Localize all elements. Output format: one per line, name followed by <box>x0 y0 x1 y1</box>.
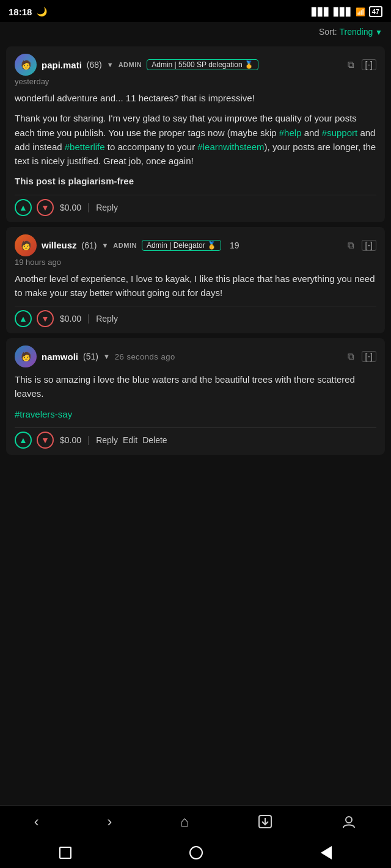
avatar-2: 🧑 <box>15 234 37 256</box>
tag-learnwithsteem[interactable]: #learnwithsteem <box>197 142 264 152</box>
status-bar: 18:18 🌙 ▊▊▊ ▊▊▊ 📶 47 <box>0 0 391 22</box>
divider-2: | <box>87 313 90 324</box>
tag-help[interactable]: #help <box>279 128 302 138</box>
vote-up-btn-2[interactable]: ▲ <box>15 310 32 327</box>
sys-nav-circle[interactable] <box>189 846 203 859</box>
comment-card-2: 🧑 willeusz (61) ▼ ADMIN Admin | Delegato… <box>6 227 385 334</box>
sort-value[interactable]: Trending <box>339 27 373 37</box>
copy-icon-1[interactable]: ⧉ <box>348 59 354 70</box>
vote-up-btn-1[interactable]: ▲ <box>15 199 32 216</box>
collapse-btn-2[interactable]: [-] <box>362 240 376 251</box>
vote-down-btn-2[interactable]: ▼ <box>37 310 54 327</box>
comment-header-2: 🧑 willeusz (61) ▼ ADMIN Admin | Delegato… <box>15 234 376 256</box>
divider-1: | <box>87 202 90 213</box>
edit-btn-3[interactable]: Edit <box>123 435 137 445</box>
reputation-2: (61) <box>82 241 97 250</box>
comment-card-3: 🧑 namwoli (51) ▼ 26 seconds ago ⧉ [-] Th… <box>6 338 385 455</box>
nav-home[interactable]: ⌂ <box>180 813 189 830</box>
vote-up-btn-3[interactable]: ▲ <box>15 432 32 449</box>
system-nav <box>0 837 391 868</box>
tag-betterlife[interactable]: #betterlife <box>65 142 105 152</box>
reply-btn-1[interactable]: Reply <box>96 203 118 212</box>
body-para-1-2: This post is plagiarism-free <box>15 174 376 188</box>
action-row-1: ▲ ▼ $0.00 | Reply <box>15 195 376 216</box>
timestamp-inline-3: 26 seconds ago <box>115 352 175 361</box>
admin-badge-2: ADMIN <box>113 242 137 249</box>
battery-icon: 47 <box>369 6 382 17</box>
comment-header-3: 🧑 namwoli (51) ▼ 26 seconds ago ⧉ [-] <box>15 345 376 367</box>
divider-3: | <box>87 435 90 446</box>
nav-download[interactable] <box>257 814 273 830</box>
comment-body-2: Another level of experience, I love to k… <box>15 272 376 300</box>
sys-nav-square[interactable] <box>59 847 71 859</box>
username-3[interactable]: namwoli <box>42 352 78 362</box>
username-dropdown-1[interactable]: ▼ <box>107 61 114 68</box>
body-para-2-0: Another level of experience, I love to k… <box>15 272 376 300</box>
comment-header-1: 🧑 papi.mati (68) ▼ ADMIN Admin | 5500 SP… <box>15 54 376 76</box>
username-2[interactable]: willeusz <box>42 240 77 250</box>
amount-2: $0.00 <box>60 314 81 324</box>
avatar-3: 🧑 <box>15 345 37 367</box>
comment-body-3: This is so amazing i love the blue water… <box>15 372 376 421</box>
vote-down-btn-1[interactable]: ▼ <box>37 199 54 216</box>
body-para-3-0: This is so amazing i love the blue water… <box>15 372 376 401</box>
reputation-1: (68) <box>87 60 102 70</box>
tag-support[interactable]: #support <box>322 128 357 138</box>
comments-list: 🧑 papi.mati (68) ▼ ADMIN Admin | 5500 SP… <box>0 46 391 527</box>
delete-btn-3[interactable]: Delete <box>142 435 167 445</box>
status-icons: ▊▊▊ ▊▊▊ 📶 47 <box>312 6 382 17</box>
reputation-3: (51) <box>83 352 98 361</box>
svg-point-2 <box>346 817 352 823</box>
delegation-badge-1: Admin | 5500 SP delegation 🥇 <box>147 59 258 70</box>
amount-3: $0.00 <box>60 435 81 445</box>
timestamp-2: 19 hours ago <box>15 258 376 267</box>
comment-card-1: 🧑 papi.mati (68) ▼ ADMIN Admin | 5500 SP… <box>6 46 385 222</box>
moon-icon: 🌙 <box>37 7 47 16</box>
signal-icon-2: ▊▊▊ <box>334 7 352 16</box>
avatar-1: 🧑 <box>15 54 37 76</box>
body-para-1-0: wonderful adventure and... 11 hectares? … <box>15 91 376 105</box>
copy-icon-2[interactable]: ⧉ <box>348 240 354 251</box>
status-time: 18:18 <box>9 7 32 17</box>
vote-down-btn-3[interactable]: ▼ <box>37 432 54 449</box>
sort-caret-icon: ▼ <box>375 28 382 37</box>
timestamp-1: yesterday <box>15 77 376 86</box>
comment-body-1: wonderful adventure and... 11 hectares? … <box>15 91 376 189</box>
amount-1: $0.00 <box>60 203 81 212</box>
copy-icon-3[interactable]: ⧉ <box>348 351 354 362</box>
collapse-btn-3[interactable]: [-] <box>362 351 376 362</box>
nav-profile[interactable] <box>341 814 357 830</box>
nav-forward[interactable]: › <box>107 813 112 830</box>
username-dropdown-3[interactable]: ▼ <box>103 353 110 360</box>
action-row-2: ▲ ▼ $0.00 | Reply <box>15 306 376 327</box>
sys-nav-back[interactable] <box>321 846 332 859</box>
username-dropdown-2[interactable]: ▼ <box>101 242 108 249</box>
bottom-nav: ‹ › ⌂ <box>0 805 391 837</box>
notification-count-2: 19 <box>230 241 239 250</box>
wifi-icon: 📶 <box>356 7 365 16</box>
reply-btn-3[interactable]: Reply <box>96 435 118 445</box>
delegation-badge-2: Admin | Delegator 🥇 <box>142 240 221 251</box>
body-para-1-1: Thank you for sharing. I'm very glad to … <box>15 111 376 168</box>
collapse-btn-1[interactable]: [-] <box>362 59 376 70</box>
reply-btn-2[interactable]: Reply <box>96 314 118 324</box>
sort-label: Sort: <box>319 27 337 37</box>
nav-back[interactable]: ‹ <box>34 813 39 830</box>
body-tag-3[interactable]: #travelers-say <box>15 407 376 421</box>
signal-icon-1: ▊▊▊ <box>312 7 330 16</box>
sort-bar[interactable]: Sort: Trending ▼ <box>0 22 391 42</box>
action-row-3: ▲ ▼ $0.00 | Reply Edit Delete <box>15 427 376 449</box>
username-1[interactable]: papi.mati <box>42 60 82 70</box>
admin-badge-1: ADMIN <box>119 61 142 68</box>
